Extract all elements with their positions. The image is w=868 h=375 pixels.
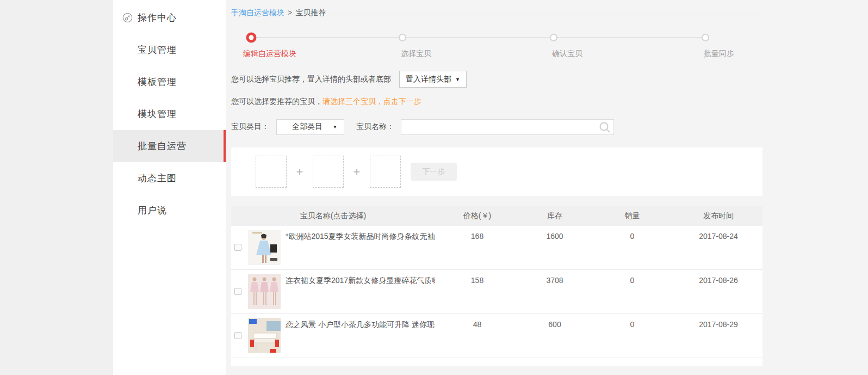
- header-sales: 销量: [590, 211, 674, 221]
- wrench-icon: [122, 13, 133, 23]
- sidebar-item-batch-self-operation[interactable]: 批量自运营: [113, 130, 226, 162]
- select-instruction-text: 您可以选择要推荐的宝贝，: [231, 97, 323, 106]
- product-slot-1[interactable]: [256, 156, 287, 188]
- sidebar-item-label: 用户说: [113, 204, 167, 217]
- product-image: [248, 318, 281, 353]
- sidebar-item-label: 批量自运营: [113, 140, 187, 152]
- app-root: 操作中心 宝贝管理 模板管理 模块管理 批量自运营 动态主图 用户说 手淘自运营…: [0, 0, 868, 375]
- search-box: [401, 119, 614, 135]
- product-sales: 0: [590, 270, 674, 313]
- product-price: 48: [435, 314, 519, 358]
- product-name-label: 宝贝名称：: [356, 122, 394, 132]
- sidebar-item-user-say[interactable]: 用户说: [113, 194, 226, 226]
- table-row[interactable]: 连衣裙女夏季2017新款女修身显瘦碎花气质喇 158 3708 0 2017-0…: [231, 270, 762, 314]
- product-price: 158: [435, 270, 519, 313]
- step-dot-3: [550, 34, 557, 41]
- breadcrumb: 手淘自运营模块>宝贝推荐: [231, 0, 762, 15]
- sidebar-item-label: 操作中心: [138, 11, 177, 24]
- header-stock: 库存: [519, 211, 590, 221]
- step-label-select: 选择宝贝: [401, 49, 431, 59]
- row-checkbox[interactable]: [234, 288, 241, 295]
- sidebar-item-module-manage[interactable]: 模块管理: [113, 98, 226, 130]
- search-icon[interactable]: [599, 121, 611, 133]
- product-image: [248, 274, 281, 309]
- caret-down-icon: ▼: [333, 125, 337, 130]
- category-label: 宝贝类目：: [231, 122, 269, 132]
- category-select-value: 全部类目: [292, 122, 323, 132]
- select-instruction-row: 您可以选择要推荐的宝贝，请选择三个宝贝，点击下一步: [231, 97, 762, 108]
- step-dot-1: [246, 33, 257, 43]
- plus-icon: +: [287, 165, 313, 179]
- next-step-button[interactable]: 下一步: [411, 163, 457, 181]
- product-name: 恋之风景 小户型小茶几多功能可升降 迷你现代: [286, 314, 435, 358]
- placement-instruction-row: 您可以选择宝贝推荐，置入详情的头部或者底部 置入详情头部 ▼: [231, 71, 762, 88]
- product-name-input[interactable]: [401, 119, 614, 135]
- step-dot-4: [702, 34, 709, 41]
- product-stock: 1600: [519, 226, 590, 269]
- product-table: 宝贝名称(点击选择) 价格(￥) 库存 销量 发布时间: [231, 206, 762, 366]
- placement-select-value: 置入详情头部: [406, 75, 451, 84]
- table-row[interactable]: 恋之风景 小户型小茶几多功能可升降 迷你现代 48 600 0 2017-08-…: [231, 314, 762, 358]
- caret-down-icon: ▼: [455, 77, 460, 82]
- table-header-row: 宝贝名称(点击选择) 价格(￥) 库存 销量 发布时间: [231, 206, 762, 226]
- sidebar-item-label: 模块管理: [113, 108, 177, 120]
- sidebar-item-label: 动态主图: [113, 172, 177, 185]
- product-slot-2[interactable]: [313, 156, 344, 188]
- product-sales: 0: [590, 314, 674, 358]
- stepper: 编辑自运营模块 选择宝贝 确认宝贝 批量同步: [231, 15, 762, 65]
- product-stock: 3708: [519, 270, 590, 313]
- category-select[interactable]: 全部类目 ▼: [276, 119, 344, 135]
- product-date: 2017-08-26: [674, 270, 762, 313]
- header-product-name: 宝贝名称(点击选择): [231, 211, 435, 221]
- row-checkbox[interactable]: [234, 244, 241, 251]
- stepper-track: [251, 37, 705, 38]
- step-label-sync: 批量同步: [704, 49, 734, 59]
- header-publish-date: 发布时间: [674, 211, 762, 221]
- plus-icon: +: [344, 165, 370, 179]
- sidebar-item-product-manage[interactable]: 宝贝管理: [113, 34, 226, 66]
- placement-select[interactable]: 置入详情头部 ▼: [399, 71, 467, 88]
- product-image: [248, 230, 281, 265]
- product-price: 168: [435, 226, 519, 269]
- select-instruction-highlight: 请选择三个宝贝，点击下一步: [323, 97, 421, 106]
- table-row[interactable]: *欧洲站2015夏季女装新品时尚修身条纹无袖背 168 1600 0 2017-…: [231, 226, 762, 270]
- sidebar-item-label: 模板管理: [113, 76, 177, 88]
- step-label-edit: 编辑自运营模块: [243, 49, 296, 59]
- sidebar-item-dynamic-main-image[interactable]: 动态主图: [113, 162, 226, 194]
- product-name: *欧洲站2015夏季女装新品时尚修身条纹无袖背: [286, 226, 435, 269]
- product-name: 连衣裙女夏季2017新款女修身显瘦碎花气质喇: [286, 270, 435, 313]
- product-slot-3[interactable]: [370, 156, 401, 188]
- sidebar: 操作中心 宝贝管理 模板管理 模块管理 批量自运营 动态主图 用户说: [113, 0, 226, 375]
- header-price: 价格(￥): [435, 211, 519, 221]
- product-sales: 0: [590, 226, 674, 269]
- main-content: 手淘自运营模块>宝贝推荐 编辑自运营模块 选择宝贝 确认宝贝 批量同步 您可以选…: [226, 0, 868, 375]
- product-stock: 600: [519, 314, 590, 358]
- placement-instruction-text: 您可以选择宝贝推荐，置入详情的头部或者底部: [231, 75, 391, 84]
- next-row-partial: [231, 358, 762, 366]
- product-date: 2017-08-29: [674, 314, 762, 358]
- selection-panel: + + 下一步: [231, 147, 762, 196]
- sidebar-item-operation-center[interactable]: 操作中心: [113, 2, 226, 34]
- sidebar-item-label: 宝贝管理: [113, 44, 177, 56]
- product-date: 2017-08-24: [674, 226, 762, 269]
- filter-row: 宝贝类目： 全部类目 ▼ 宝贝名称：: [231, 119, 762, 135]
- step-dot-2: [399, 34, 406, 41]
- step-label-confirm: 确认宝贝: [552, 49, 582, 59]
- sidebar-item-template-manage[interactable]: 模板管理: [113, 66, 226, 98]
- row-checkbox[interactable]: [234, 332, 241, 339]
